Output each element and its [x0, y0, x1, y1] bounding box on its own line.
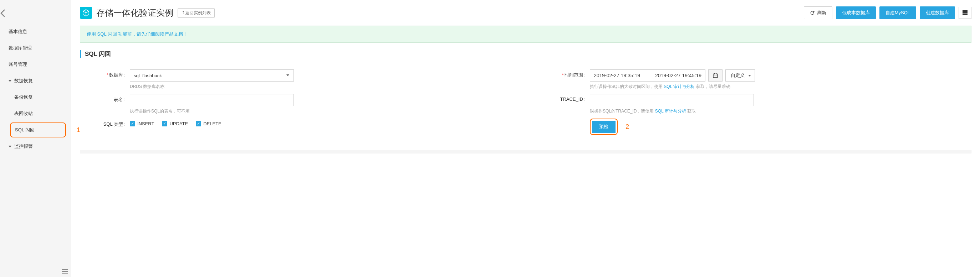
grid-icon [963, 10, 967, 15]
time-end: 2019-02-27 19:45:19 [655, 73, 702, 78]
section-title: SQL 闪回 [80, 50, 972, 58]
time-preset-select[interactable]: 自定义 [725, 70, 755, 82]
sql-type-label: SQL 类型 : [80, 119, 130, 127]
create-db-button[interactable]: 创建数据库 [920, 6, 955, 19]
table-input[interactable] [130, 94, 294, 106]
svg-rect-2 [966, 10, 967, 12]
grid-view-button[interactable] [959, 7, 972, 19]
sidebar: 基本信息 数据库管理 账号管理 数据恢复 备份恢复 表回收站 SQL 闪回 1 … [0, 0, 71, 277]
checkbox-label: DELETE [203, 121, 221, 127]
checkbox-label: INSERT [137, 121, 154, 127]
calendar-icon [713, 73, 718, 78]
time-range-input[interactable]: 2019-02-27 19:35:19 — 2019-02-27 19:45:1… [590, 70, 705, 82]
sidebar-item-sql-flashback[interactable]: SQL 闪回 [10, 122, 66, 138]
checkbox-label: UPDATE [169, 121, 188, 127]
check-icon: ✓ [130, 121, 135, 127]
svg-rect-5 [966, 12, 967, 14]
low-cost-db-button[interactable]: 低成本数据库 [836, 6, 876, 19]
table-help: 执行误操作SQL的表名，可不填 [130, 108, 294, 114]
checkbox-update[interactable]: ✓ UPDATE [162, 121, 188, 127]
sidebar-item-backup-restore[interactable]: 备份恢复 [0, 89, 71, 105]
refresh-button[interactable]: 刷新 [804, 6, 832, 19]
sql-audit-link[interactable]: SQL 审计与分析 [664, 84, 695, 89]
svg-rect-6 [963, 14, 964, 15]
sidebar-item-table-recycle[interactable]: 表回收站 [0, 105, 71, 122]
refresh-icon [810, 10, 815, 15]
trace-id-input[interactable] [590, 94, 754, 106]
db-label: *数据库 : [80, 70, 130, 78]
page-title: 存储一体化验证实例 [96, 7, 173, 19]
svg-rect-8 [966, 14, 967, 15]
svg-rect-4 [964, 12, 966, 14]
db-help: DRDS 数据库名称 [130, 84, 294, 90]
sidebar-item-basic[interactable]: 基本信息 [0, 24, 71, 40]
sql-audit-link-2[interactable]: SQL 审计与分析 [655, 109, 686, 114]
collapse-sidebar-icon[interactable] [62, 269, 68, 274]
precheck-button-highlight: 预检 [590, 119, 618, 135]
caret-down-icon [8, 146, 11, 147]
calendar-button[interactable] [708, 70, 722, 82]
table-label: 表名 : [80, 94, 130, 103]
checkbox-delete[interactable]: ✓ DELETE [196, 121, 221, 127]
precheck-button[interactable]: 预检 [592, 121, 616, 133]
time-help: 执行误操作SQL的大致时间区间，使用 SQL 审计与分析 获取，请尽量准确 [590, 84, 972, 90]
sidebar-item-account[interactable]: 账号管理 [0, 56, 71, 73]
notice-banner: 使用 SQL 闪回 功能前，请先仔细阅读产品文档 ! [80, 25, 972, 43]
check-icon: ✓ [196, 121, 201, 127]
sidebar-group-monitor[interactable]: 监控报警 [0, 138, 71, 155]
trace-help: 误操作SQL的TRACE_ID，请使用 SQL 审计与分析 获取 [590, 108, 972, 114]
time-start: 2019-02-27 19:35:19 [594, 73, 640, 78]
svg-rect-7 [964, 14, 966, 15]
trace-label: TRACE_ID : [540, 94, 590, 102]
sidebar-item-db-manage[interactable]: 数据库管理 [0, 40, 71, 56]
caret-down-icon [8, 80, 11, 82]
svg-rect-1 [964, 10, 966, 12]
refresh-label: 刷新 [817, 9, 826, 16]
self-mysql-button[interactable]: 自建MySQL [880, 6, 916, 19]
check-icon: ✓ [162, 121, 167, 127]
time-label: *时间范围 : [540, 70, 590, 78]
checkbox-insert[interactable]: ✓ INSERT [130, 121, 154, 127]
svg-rect-3 [963, 12, 964, 14]
db-select[interactable]: sql_flashback [130, 70, 294, 82]
sidebar-group-label: 监控报警 [14, 143, 33, 150]
bottom-bar [80, 150, 972, 154]
app-icon [80, 7, 92, 19]
svg-rect-0 [963, 10, 964, 12]
annotation-2: 2 [625, 123, 629, 131]
main-content: 存储一体化验证实例 ⇡返回实例列表 刷新 低成本数据库 自建MySQL 创建数据… [71, 0, 980, 277]
sidebar-group-data-restore[interactable]: 数据恢复 [0, 73, 71, 89]
back-to-list-button[interactable]: ⇡返回实例列表 [178, 8, 215, 18]
svg-rect-9 [713, 74, 718, 78]
time-separator: — [645, 73, 650, 78]
sidebar-group-label: 数据恢复 [14, 78, 33, 84]
annotation-1: 1 [77, 127, 80, 134]
back-arrow[interactable] [0, 6, 71, 24]
